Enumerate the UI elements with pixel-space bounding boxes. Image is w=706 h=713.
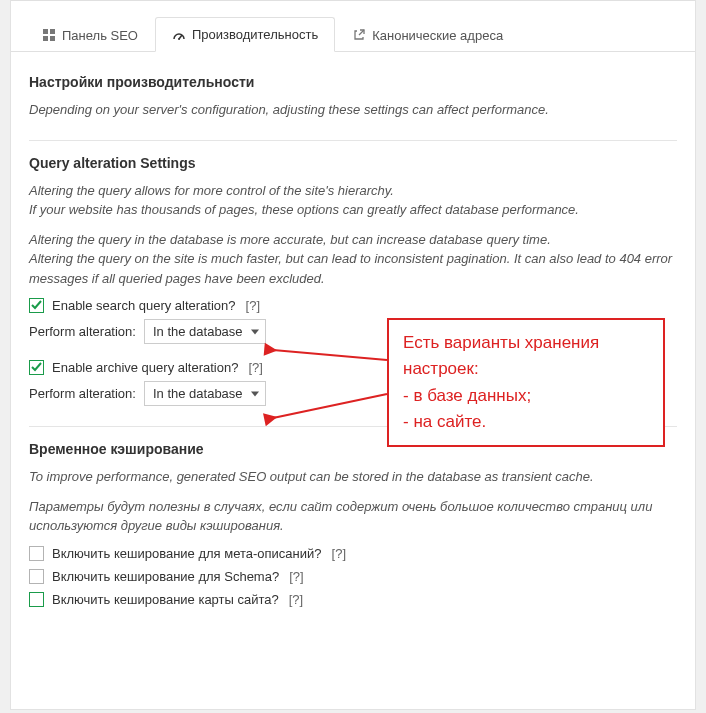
tabs-bar: Панель SEO Производительность Каноническ… (11, 6, 695, 52)
help-icon[interactable]: [?] (248, 360, 262, 375)
settings-panel: Панель SEO Производительность Каноническ… (10, 0, 696, 710)
cache-meta-checkbox[interactable] (29, 546, 44, 561)
perform-label: Perform alteration: (29, 386, 136, 401)
enable-archive-label: Enable archive query alteration? (52, 360, 238, 375)
svg-line-6 (359, 30, 364, 35)
cache-meta-label: Включить кеширование для мета-описаний? (52, 546, 322, 561)
query-settings-heading: Query alteration Settings (29, 155, 677, 171)
tab-label: Панель SEO (62, 28, 138, 43)
cache-meta-row: Включить кеширование для мета-описаний? … (29, 546, 677, 561)
tab-canonical[interactable]: Канонические адреса (335, 17, 520, 52)
cache-sitemap-label: Включить кеширование карты сайта? (52, 592, 279, 607)
enable-search-row: Enable search query alteration? [?] (29, 298, 677, 313)
help-icon[interactable]: [?] (246, 298, 260, 313)
chevron-down-icon (251, 329, 259, 334)
cache-sitemap-row: Включить кеширование карты сайта? [?] (29, 592, 677, 607)
cache-desc-2: Параметры будут полезны в случаях, если … (29, 497, 677, 536)
cache-sitemap-checkbox[interactable] (29, 592, 44, 607)
svg-point-5 (178, 38, 180, 40)
perf-settings-heading: Настройки производительности (29, 74, 677, 90)
cache-schema-label: Включить кеширование для Schema? (52, 569, 279, 584)
annotation-box: Есть варианты хранения настроек: - в баз… (387, 318, 665, 447)
text-line: Altering the query allows for more contr… (29, 183, 394, 198)
help-icon[interactable]: [?] (289, 569, 303, 584)
query-desc-2: Altering the query in the database is mo… (29, 230, 677, 289)
tab-label: Канонические адреса (372, 28, 503, 43)
select-value: In the database (153, 324, 243, 339)
annotation-line: настроек: (403, 356, 645, 382)
svg-rect-3 (50, 36, 55, 41)
tab-seo-panel[interactable]: Панель SEO (25, 17, 155, 52)
tab-performance[interactable]: Производительность (155, 17, 335, 52)
text-line: Altering the query in the database is mo… (29, 232, 551, 247)
text-line: Altering the query on the site is much f… (29, 251, 672, 286)
grid-icon (42, 28, 56, 42)
annotation-line: - в базе данных; (403, 383, 645, 409)
annotation-line: Есть варианты хранения (403, 330, 645, 356)
tab-label: Производительность (192, 27, 318, 42)
text-line: If your website has thousands of pages, … (29, 202, 579, 217)
help-icon[interactable]: [?] (332, 546, 346, 561)
cache-schema-row: Включить кеширование для Schema? [?] (29, 569, 677, 584)
select-value: In the database (153, 386, 243, 401)
help-icon[interactable]: [?] (289, 592, 303, 607)
query-desc-1: Altering the query allows for more contr… (29, 181, 677, 220)
enable-search-checkbox[interactable] (29, 298, 44, 313)
perform-alteration-select-1[interactable]: In the database (144, 319, 266, 344)
perform-alteration-select-2[interactable]: In the database (144, 381, 266, 406)
enable-archive-checkbox[interactable] (29, 360, 44, 375)
svg-rect-0 (43, 29, 48, 34)
chevron-down-icon (251, 391, 259, 396)
divider (29, 140, 677, 141)
enable-search-label: Enable search query alteration? (52, 298, 236, 313)
cache-desc-1: To improve performance, generated SEO ou… (29, 467, 677, 487)
cache-schema-checkbox[interactable] (29, 569, 44, 584)
gauge-icon (172, 28, 186, 42)
svg-rect-2 (43, 36, 48, 41)
svg-rect-1 (50, 29, 55, 34)
external-link-icon (352, 28, 366, 42)
perform-label: Perform alteration: (29, 324, 136, 339)
perf-settings-desc: Depending on your server's configuration… (29, 100, 677, 120)
annotation-line: - на сайте. (403, 409, 645, 435)
